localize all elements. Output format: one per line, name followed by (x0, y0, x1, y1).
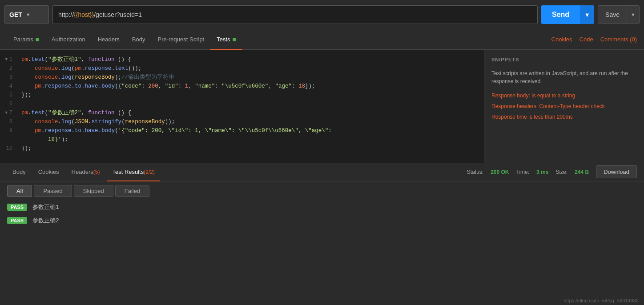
snippets-panel: SNIPPETS Test scripts are written in Jav… (484, 50, 644, 163)
testresults-badge: (2/2) (144, 169, 155, 175)
tab-tests[interactable]: Tests (210, 29, 242, 50)
pass-badge-1: PASS (7, 204, 27, 211)
tab-params-label: Params (13, 36, 33, 43)
bottom-tab-testresults-label: Test Results (112, 169, 144, 175)
method-chevron-icon: ▼ (26, 12, 31, 17)
line-numbers: ▼1 2 3 4 5 6 ▼7 8 9 10 (0, 50, 16, 163)
code-link[interactable]: Code (580, 36, 593, 43)
snippets-title: SNIPPETS (491, 57, 637, 62)
download-button[interactable]: Download (596, 165, 637, 178)
params-dot (36, 38, 39, 41)
time-label: Time: (516, 169, 530, 175)
method-label: GET (9, 11, 22, 18)
tab-body-label: Body (132, 36, 145, 43)
tests-dot (233, 38, 236, 41)
tab-body[interactable]: Body (126, 29, 152, 50)
bottom-tab-cookies-label: Cookies (38, 169, 59, 175)
filter-skipped-button[interactable]: Skipped (74, 185, 113, 197)
test-result-row-2: PASS 参数正确2 (7, 214, 637, 227)
url-prefix: http:// (58, 11, 74, 18)
filter-failed-button[interactable]: Failed (115, 185, 149, 197)
bottom-tab-headers[interactable]: Headers (5) (66, 163, 105, 181)
send-dropdown-button[interactable]: ▼ (580, 5, 594, 24)
size-value: 244 B (575, 169, 589, 175)
code-editor[interactable]: ▼1 2 3 4 5 6 ▼7 8 9 10 pm.test("参数正确1", … (0, 50, 484, 163)
comments-link[interactable]: Comments (0) (600, 36, 637, 43)
right-actions: Cookies Code Comments (0) (551, 36, 637, 43)
test-name-1: 参数正确1 (32, 203, 59, 211)
method-selector[interactable]: GET ▼ (4, 5, 49, 24)
editor-area: ▼1 2 3 4 5 6 ▼7 8 9 10 pm.test("参数正确1", … (0, 50, 644, 163)
tab-headers-label: Headers (98, 36, 120, 43)
tab-params[interactable]: Params (7, 29, 45, 50)
save-button-group: Save ▼ (598, 5, 640, 24)
tab-authorization-label: Authorization (52, 36, 85, 43)
footer-url-text: https://blog.csdn.net/qq_39314932 (564, 298, 639, 303)
tab-prerequest-label: Pre-request Script (157, 36, 204, 43)
url-bar[interactable]: http://{{host}}/getuser?useid=1 (52, 5, 538, 24)
send-button[interactable]: Send (541, 5, 580, 24)
bottom-tabs-row: Body Cookies Headers (5) Test Results (2… (0, 163, 644, 181)
request-tabs: Params Authorization Headers Body Pre-re… (0, 29, 644, 50)
status-label: Status: (467, 169, 483, 175)
save-button[interactable]: Save (598, 5, 627, 24)
url-suffix: /getuser?useid=1 (94, 11, 142, 18)
snippet-link-3[interactable]: Response time is less than 200ms (491, 114, 637, 120)
tab-prerequest[interactable]: Pre-request Script (151, 29, 210, 50)
top-bar: GET ▼ http://{{host}}/getuser?useid=1 Se… (0, 0, 644, 29)
save-dropdown-button[interactable]: ▼ (627, 5, 639, 24)
response-status-info: Status: 200 OK Time: 3 ms Size: 244 B Do… (467, 165, 637, 178)
snippet-link-2[interactable]: Response headers: Content-Type header ch… (491, 103, 637, 109)
tab-headers[interactable]: Headers (92, 29, 126, 50)
bottom-tab-body-label: Body (12, 169, 26, 175)
footer-url: https://blog.csdn.net/qq_39314932 (558, 296, 644, 305)
test-result-row-1: PASS 参数正确1 (7, 201, 637, 214)
status-value: 200 OK (491, 169, 509, 175)
size-label: Size: (555, 169, 568, 175)
code-content[interactable]: pm.test("参数正确1", function () { console.l… (16, 50, 484, 163)
bottom-tab-body[interactable]: Body (7, 163, 31, 181)
bottom-tab-headers-label: Headers (72, 169, 93, 175)
snippets-description: Test scripts are written in JavaScript, … (491, 69, 637, 85)
headers-badge: (5) (93, 169, 100, 175)
send-button-group: Send ▼ (541, 5, 594, 24)
snippet-link-1[interactable]: Response body: Is equal to a string (491, 92, 637, 99)
tab-tests-label: Tests (217, 36, 230, 43)
filter-passed-button[interactable]: Passed (34, 185, 72, 197)
filter-all-button[interactable]: All (7, 185, 32, 197)
tab-authorization[interactable]: Authorization (45, 29, 92, 50)
cookies-link[interactable]: Cookies (551, 36, 572, 43)
test-results-list: PASS 参数正确1 PASS 参数正确2 (0, 201, 644, 261)
test-name-2: 参数正确2 (32, 217, 59, 225)
url-template: {{host}} (74, 11, 94, 18)
filter-row: All Passed Skipped Failed (0, 181, 644, 201)
time-value: 3 ms (536, 169, 548, 175)
pass-badge-2: PASS (7, 217, 27, 224)
bottom-tab-cookies[interactable]: Cookies (33, 163, 64, 181)
bottom-panel: Body Cookies Headers (5) Test Results (2… (0, 163, 644, 261)
bottom-tab-testresults[interactable]: Test Results (2/2) (107, 163, 160, 181)
